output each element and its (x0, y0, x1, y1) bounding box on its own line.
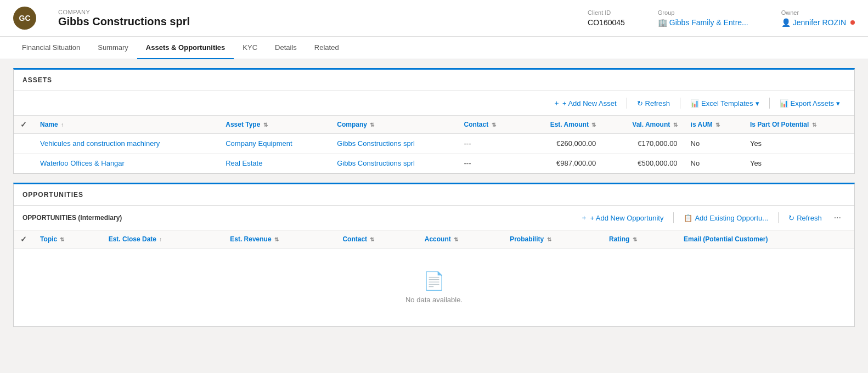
company-sort-arrows-icon: ⇅ (370, 122, 374, 128)
group-field: Group 🏢 Gibbs Family & Entre... (658, 9, 748, 27)
assets-is-aum-col-header[interactable]: is AUM ⇅ (684, 116, 743, 134)
opp-probability-col-label: Probability (510, 235, 544, 243)
add-new-opportunity-button[interactable]: ＋ + Add New Opportunity (575, 210, 669, 225)
export-assets-button[interactable]: 📊 Export Assets ▾ (774, 97, 846, 110)
assets-refresh-button[interactable]: ↻ Refresh (632, 97, 676, 110)
row1-name[interactable]: Vehicules and construction machinery (33, 134, 219, 154)
more-options-button[interactable]: ··· (830, 210, 846, 225)
navigation-tabs: Financial SituationSummaryAssets & Oppor… (0, 37, 868, 59)
main-content: ASSETS ＋ + Add New Asset ↻ Refresh 📊 Exc… (0, 59, 868, 366)
row1-contact: --- (458, 134, 521, 154)
assets-company-col-header[interactable]: Company ⇅ (330, 116, 457, 134)
assets-type-col-header[interactable]: Asset Type ⇅ (219, 116, 330, 134)
opp-revenue-col-label: Est. Revenue (230, 235, 271, 243)
opp-check-all-icon[interactable]: ✓ (20, 235, 27, 244)
close-date-sort-up-icon: ↑ (159, 236, 162, 242)
assets-name-col-header[interactable]: Name ↑ (33, 116, 219, 134)
assets-toolbar: ＋ + Add New Asset ↻ Refresh 📊 Excel Temp… (14, 91, 854, 116)
assets-section-header: ASSETS (14, 70, 854, 91)
toolbar-separator-1 (627, 98, 627, 109)
nav-tab-financial-situation[interactable]: Financial Situation (13, 37, 89, 59)
opportunities-refresh-label: Refresh (797, 214, 822, 222)
owner-status-dot (850, 20, 855, 25)
assets-is-part-col-label: Is Part Of Potential (750, 121, 809, 128)
opportunities-section-header: OPPORTUNITIES (14, 184, 854, 206)
owner-link[interactable]: 👤 Jennifer ROZIN (781, 18, 855, 27)
is-part-sort-arrows-icon: ⇅ (812, 122, 816, 128)
assets-section: ASSETS ＋ + Add New Asset ↻ Refresh 📊 Exc… (13, 68, 855, 174)
assets-name-col-label: Name (40, 121, 58, 128)
excel-templates-button[interactable]: 📊 Excel Templates ▾ (685, 97, 764, 110)
group-icon: 🏢 (658, 18, 667, 27)
export-icon: 📊 (780, 99, 788, 108)
assets-type-col-label: Asset Type (226, 121, 260, 128)
row2-est-amount: €987,000.00 (520, 154, 602, 173)
row1-val-amount: €170,000.00 (602, 134, 684, 154)
no-data-icon: 📄 (423, 270, 445, 291)
owner-field: Owner 👤 Jennifer ROZIN (781, 9, 855, 27)
assets-contact-col-header[interactable]: Contact ⇅ (458, 116, 521, 134)
opp-rating-col-label: Rating (609, 235, 629, 243)
row2-check[interactable] (14, 154, 33, 173)
nav-tab-kyc[interactable]: KYC (234, 37, 266, 59)
row1-is-part: Yes (743, 134, 854, 154)
assets-table: ✓ Name ↑ Asset Type ⇅ Company ⇅ (14, 116, 854, 173)
nav-tab-related[interactable]: Related (306, 37, 348, 59)
owner-value: Jennifer ROZIN (793, 18, 846, 27)
company-info: COMPANY Gibbs Constructions sprl (58, 9, 190, 28)
table-row: Waterloo Offices & Hangar Real Estate Gi… (14, 154, 854, 173)
row2-asset-type[interactable]: Real Estate (219, 154, 330, 173)
assets-refresh-label: Refresh (645, 99, 670, 108)
nav-tab-summary[interactable]: Summary (89, 37, 137, 59)
no-data-container: 📄 No data available. (14, 248, 854, 326)
opp-probability-col-header[interactable]: Probability ⇅ (503, 230, 602, 248)
opp-account-col-header[interactable]: Account ⇅ (418, 230, 503, 248)
check-all-icon[interactable]: ✓ (20, 120, 27, 129)
group-link[interactable]: 🏢 Gibbs Family & Entre... (658, 18, 748, 27)
opp-rating-col-header[interactable]: Rating ⇅ (602, 230, 677, 248)
row2-is-aum: No (684, 154, 743, 173)
assets-val-amount-col-header[interactable]: Val. Amount ⇅ (602, 116, 684, 134)
opportunities-table: ✓ Topic ⇅ Est. Close Date ↑ Est. Revenue… (14, 230, 854, 326)
assets-is-part-col-header[interactable]: Is Part Of Potential ⇅ (743, 116, 854, 134)
opportunities-toolbar: OPPORTUNITIES (Intermediary) ＋ + Add New… (14, 206, 854, 230)
val-amount-sort-arrows-icon: ⇅ (673, 122, 678, 128)
opp-revenue-col-header[interactable]: Est. Revenue ⇅ (223, 230, 336, 248)
topic-sort-arrows-icon: ⇅ (60, 236, 64, 242)
opp-email-col-header[interactable]: Email (Potential Customer) (677, 230, 854, 248)
opportunities-refresh-button[interactable]: ↻ Refresh (783, 211, 827, 225)
client-id-value: CO160045 (588, 18, 625, 27)
company-name: Gibbs Constructions sprl (58, 15, 190, 28)
company-type-label: COMPANY (58, 9, 190, 15)
row1-is-aum: No (684, 134, 743, 154)
header-fields: Client ID CO160045 Group 🏢 Gibbs Family … (588, 9, 855, 27)
opp-account-col-label: Account (425, 235, 451, 243)
row2-name[interactable]: Waterloo Offices & Hangar (33, 154, 219, 173)
row1-company[interactable]: Gibbs Constructions sprl (330, 134, 457, 154)
opp-contact-col-header[interactable]: Contact ⇅ (336, 230, 418, 248)
rating-sort-arrows-icon: ⇅ (633, 236, 637, 242)
add-existing-opportunity-button[interactable]: 📋 Add Existing Opportu... (678, 211, 774, 225)
opp-close-date-col-label: Est. Close Date (109, 235, 156, 243)
assets-est-amount-col-header[interactable]: Est. Amount ⇅ (520, 116, 602, 134)
add-new-asset-button[interactable]: ＋ + Add New Asset (548, 95, 622, 111)
add-existing-opportunity-label: Add Existing Opportu... (695, 214, 768, 222)
assets-check-col-header: ✓ (14, 116, 33, 134)
opportunities-table-header: ✓ Topic ⇅ Est. Close Date ↑ Est. Revenue… (14, 230, 854, 248)
row1-asset-type[interactable]: Company Equipment (219, 134, 330, 154)
opportunities-sub-label: OPPORTUNITIES (Intermediary) (22, 214, 122, 222)
assets-val-amount-col-label: Val. Amount (632, 121, 670, 128)
export-chevron-icon: ▾ (836, 99, 840, 108)
contact-sort-arrows-icon: ⇅ (492, 122, 496, 128)
group-value: Gibbs Family & Entre... (669, 18, 748, 27)
opp-topic-col-header[interactable]: Topic ⇅ (33, 230, 102, 248)
add-icon: ＋ (553, 98, 560, 108)
row2-val-amount: €500,000.00 (602, 154, 684, 173)
opp-close-date-col-header[interactable]: Est. Close Date ↑ (102, 230, 224, 248)
row2-company[interactable]: Gibbs Constructions sprl (330, 154, 457, 173)
nav-tab-assets-and-opportunities[interactable]: Assets & Opportunities (137, 37, 234, 59)
row1-check[interactable] (14, 134, 33, 154)
owner-label: Owner (781, 9, 855, 16)
nav-tab-details[interactable]: Details (266, 37, 306, 59)
avatar: GC (13, 7, 36, 30)
